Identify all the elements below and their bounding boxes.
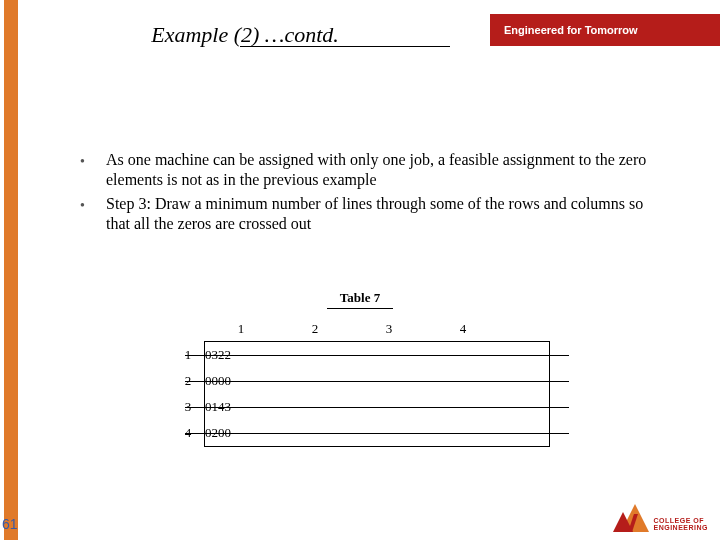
strike-line-icon	[185, 355, 569, 356]
table-caption: Table 7	[170, 290, 550, 306]
title-underline	[240, 46, 450, 47]
logo-text: COLLEGE OF ENGINEERING	[653, 517, 708, 532]
col-header: 1	[204, 321, 278, 337]
left-orange-bar	[4, 0, 18, 540]
col-header: 2	[278, 321, 352, 337]
matrix-table: 1 2 3 4 1 0 3 2 2 2 0	[170, 321, 550, 447]
table-row: 4 0 2 0 0	[205, 420, 549, 446]
table-figure: Table 7 1 2 3 4 1 0 3 2 2	[170, 290, 550, 447]
tagline-text: Engineered for Tomorrow	[504, 24, 638, 36]
col-header: 3	[352, 321, 426, 337]
caption-underline	[327, 308, 393, 309]
college-logo: COLLEGE OF ENGINEERING	[613, 502, 708, 532]
strike-line-icon	[185, 433, 569, 434]
bullet-dot-icon: ●	[80, 194, 106, 234]
bullet-text: As one machine can be assigned with only…	[106, 150, 660, 190]
col-header: 4	[426, 321, 500, 337]
bullet-item: ● Step 3: Draw a minimum number of lines…	[80, 194, 660, 234]
table-row: 3 0 1 4 3	[205, 394, 549, 420]
bullet-text: Step 3: Draw a minimum number of lines t…	[106, 194, 660, 234]
strike-line-icon	[185, 381, 569, 382]
strike-line-icon	[185, 407, 569, 408]
slide-title: Example (2) …contd.	[0, 22, 490, 48]
logo-mark-icon	[613, 502, 649, 532]
body: ● As one machine can be assigned with on…	[80, 150, 660, 238]
bullet-item: ● As one machine can be assigned with on…	[80, 150, 660, 190]
logo-line1: COLLEGE OF	[653, 517, 708, 525]
banner-right: Engineered for Tomorrow	[490, 14, 720, 46]
bullet-dot-icon: ●	[80, 150, 106, 190]
table-row: 2 0 0 0 0	[205, 368, 549, 394]
data-box: 1 0 3 2 2 2 0 0 0 0	[204, 341, 550, 447]
logo-line2: ENGINEERING	[653, 524, 708, 532]
table-row: 1 0 3 2 2	[205, 342, 549, 368]
col-headers: 1 2 3 4	[170, 321, 550, 337]
slide: Engineered for Tomorrow Example (2) …con…	[0, 0, 720, 540]
slide-number: 61	[2, 516, 18, 532]
